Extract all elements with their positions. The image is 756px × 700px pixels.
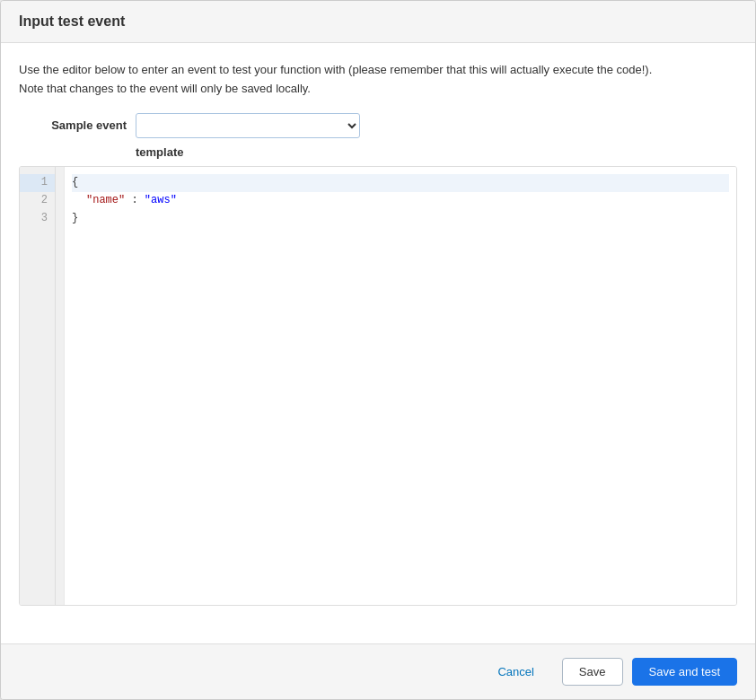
token-brace-open: {	[72, 174, 78, 191]
description-text: Use the editor below to enter an event t…	[19, 61, 737, 99]
sample-event-label: Sample event	[19, 118, 127, 132]
token-key-name: "name"	[86, 194, 125, 206]
code-editor[interactable]: 1 2 3 { "name" :	[19, 166, 737, 606]
line-number-3: 3	[20, 210, 55, 228]
modal-footer: Cancel Save Save and test	[1, 643, 755, 699]
description-line1: Use the editor below to enter an event t…	[19, 63, 652, 76]
code-line-3: }	[72, 210, 729, 228]
modal-title: Input test event	[19, 13, 125, 29]
token-value-aws: "aws"	[145, 194, 177, 206]
code-line-2: "name" : "aws"	[72, 192, 729, 210]
modal-container: Input test event Use the editor below to…	[0, 0, 756, 700]
description-line2: Note that changes to the event will only…	[19, 82, 311, 95]
line-number-1: 1	[20, 174, 55, 192]
template-label: template	[136, 145, 183, 159]
sample-event-row: Sample event	[19, 113, 737, 138]
modal-body: Use the editor below to enter an event t…	[1, 43, 755, 643]
modal-header: Input test event	[1, 1, 755, 43]
save-and-test-button[interactable]: Save and test	[632, 658, 738, 686]
code-line-1: {	[72, 174, 729, 192]
line-number-2: 2	[20, 192, 55, 210]
line-numbers: 1 2 3	[20, 167, 56, 605]
sample-event-select[interactable]	[136, 113, 360, 138]
cancel-button[interactable]: Cancel	[479, 657, 552, 687]
editor-code-content[interactable]: { "name" : "aws" }	[65, 167, 736, 605]
editor-gutter	[56, 167, 65, 605]
token-brace-close: }	[72, 210, 78, 227]
template-label-row: template	[19, 145, 737, 159]
token-colon: :	[131, 194, 144, 206]
save-button[interactable]: Save	[562, 658, 623, 686]
